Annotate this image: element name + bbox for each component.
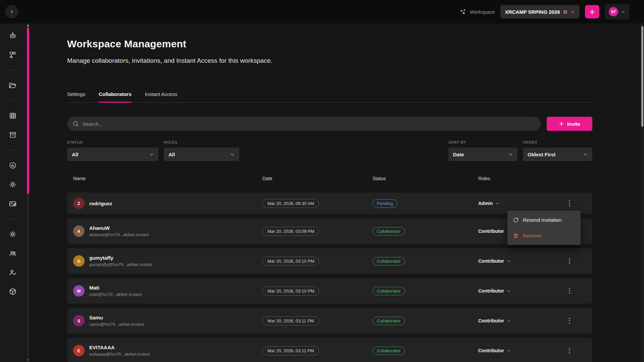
table-row: G gumytaffy gumytaffy@fvo79...ak6wr.inst… <box>67 248 592 274</box>
collaborator-email: ahanuw@fvo79...ak6wr.instant <box>89 232 149 237</box>
status-badge: Pending <box>373 199 397 208</box>
role-value: Contributor <box>478 228 504 234</box>
page-title: Workspace Management <box>67 38 592 50</box>
search-input[interactable] <box>67 117 541 131</box>
role-value: Contributor <box>478 258 504 264</box>
grid-calendar-icon[interactable] <box>9 112 17 120</box>
create-new-button[interactable] <box>585 5 599 18</box>
menu-item-label: Remove <box>523 233 542 239</box>
avatar: E <box>73 345 85 356</box>
date-pill: Mar 20, 2026, 03:11 PM <box>262 316 319 325</box>
tab-collaborators[interactable]: Collaborators <box>99 91 132 102</box>
table-row: M Mati mati@fvo79...ak6wr.instant Mar 20… <box>67 278 592 304</box>
scroll-down-arrow[interactable] <box>27 359 29 361</box>
status-filter: STATUS All <box>67 140 158 161</box>
date-pill: Mar 20, 2026, 09:30 AM <box>262 199 319 208</box>
avatar: G <box>73 255 85 267</box>
package-cube-icon[interactable] <box>9 288 17 296</box>
column-header: Date <box>262 176 373 181</box>
members-icon[interactable] <box>9 249 17 257</box>
gear-icon[interactable] <box>9 180 17 189</box>
analytics-icon[interactable] <box>9 161 17 169</box>
sidebar-divider <box>5 150 20 150</box>
workspace-label: Workspace <box>459 8 495 15</box>
collaborator-name: EVITAAAA <box>89 345 150 350</box>
role-dropdown[interactable]: Contributor <box>478 348 565 353</box>
robot-icon[interactable] <box>9 32 17 40</box>
date-pill: Mar 20, 2026, 03:09 PM <box>262 227 319 236</box>
workspace-name: XRCAMP SRPING 2026 <box>505 9 560 15</box>
search-icon <box>72 120 79 127</box>
workspace-selector[interactable]: XRCAMP SRPING 2026 ✿ <box>500 5 580 18</box>
roles-filter: ROLES All <box>164 140 239 161</box>
date-pill: Mar 20, 2026, 03:10 PM <box>262 257 319 266</box>
account-menu-button[interactable]: ST <box>605 4 629 19</box>
chevron-down-icon <box>507 319 510 323</box>
role-dropdown[interactable]: Contributor <box>478 318 565 323</box>
gear-icon-2[interactable] <box>9 230 17 238</box>
scrollbar-thumb[interactable] <box>641 26 643 127</box>
chevron-down-icon <box>507 259 510 263</box>
user-check-icon[interactable] <box>9 268 17 276</box>
sort-by-filter-select[interactable]: Date <box>448 148 517 161</box>
archive-icon[interactable] <box>9 131 17 139</box>
status-badge: Collaborator <box>373 257 405 265</box>
shapes-icon[interactable] <box>9 51 17 59</box>
sidebar-divider <box>5 70 20 70</box>
trash-icon <box>513 233 519 239</box>
scrollbar-thumb[interactable] <box>27 28 29 194</box>
row-actions-menu-button[interactable] <box>565 287 574 295</box>
order-filter-select[interactable]: Oldest First <box>523 148 592 161</box>
tab-settings[interactable]: Settings <box>67 91 85 102</box>
chevron-down-icon <box>583 152 588 157</box>
invite-button[interactable]: Invite <box>547 117 592 131</box>
content-scrollbar-left[interactable] <box>27 23 29 362</box>
status-filter-select[interactable]: All <box>67 148 158 161</box>
sidebar-divider <box>5 219 20 219</box>
topbar: Workspace XRCAMP SRPING 2026 ✿ ST <box>0 0 644 23</box>
license-card-icon[interactable] <box>9 200 17 208</box>
role-dropdown[interactable]: Contributor <box>478 288 565 294</box>
roles-filter-select[interactable]: All <box>164 148 239 161</box>
menu-item-label: Resend invitation <box>523 217 561 223</box>
menu-item-resend-invitation[interactable]: Resend invitation <box>507 212 581 228</box>
role-dropdown[interactable]: Admin <box>478 201 565 206</box>
main-content: Workspace Management Manage collaborator… <box>29 23 641 362</box>
invite-button-label: Invite <box>567 121 580 127</box>
collaborator-email: samu@fvo79...ak6wr.instant <box>89 322 144 327</box>
row-actions-menu-button[interactable] <box>565 257 574 265</box>
chevron-down-icon <box>507 349 510 353</box>
table-row: E EVITAAAA evitaaaa@fvo79...ak6wr.instan… <box>67 338 592 362</box>
roles-filter-label: ROLES <box>164 140 239 144</box>
collaborator-email: gumytaffy@fvo79...ak6wr.instant <box>89 262 152 267</box>
status-filter-value: All <box>72 152 78 157</box>
window-scrollbar-right[interactable] <box>641 23 644 362</box>
role-value: Admin <box>478 201 493 206</box>
role-dropdown[interactable]: Contributor <box>478 258 565 264</box>
chevron-right-icon <box>9 9 14 14</box>
sort-by-filter: SORT BY Date <box>448 140 517 161</box>
row-actions-menu-button[interactable] <box>565 346 574 355</box>
order-filter-value: Oldest First <box>528 152 555 157</box>
folder-icon[interactable] <box>9 81 17 89</box>
status-badge: Collaborator <box>373 227 405 236</box>
avatar: S <box>73 315 85 326</box>
collaborator-name: rodriguez <box>89 201 112 206</box>
row-actions-menu-button[interactable] <box>565 199 574 208</box>
collaborator-name: Samu <box>89 315 144 320</box>
role-value: Contributor <box>478 348 504 353</box>
avatar: Z <box>73 198 85 209</box>
date-pill: Mar 20, 2026, 03:10 PM <box>262 287 319 296</box>
roles-filter-value: All <box>168 152 175 157</box>
menu-item-remove[interactable]: Remove <box>507 228 581 244</box>
collaborator-name: AhanuW <box>89 225 149 231</box>
collaborator-email: evitaaaa@fvo79...ak6wr.instant <box>89 352 150 357</box>
tab-instant-access[interactable]: Instant Access <box>145 91 178 102</box>
scroll-up-arrow[interactable] <box>27 24 29 26</box>
chevron-down-icon <box>230 152 235 157</box>
row-actions-menu-button[interactable] <box>565 316 574 325</box>
table-row: S Samu samu@fvo79...ak6wr.instant Mar 20… <box>67 308 592 333</box>
sort-by-filter-value: Date <box>453 152 464 157</box>
table-header: NameDateStatusRoles <box>67 176 592 181</box>
sidebar-toggle-button[interactable] <box>5 5 18 18</box>
